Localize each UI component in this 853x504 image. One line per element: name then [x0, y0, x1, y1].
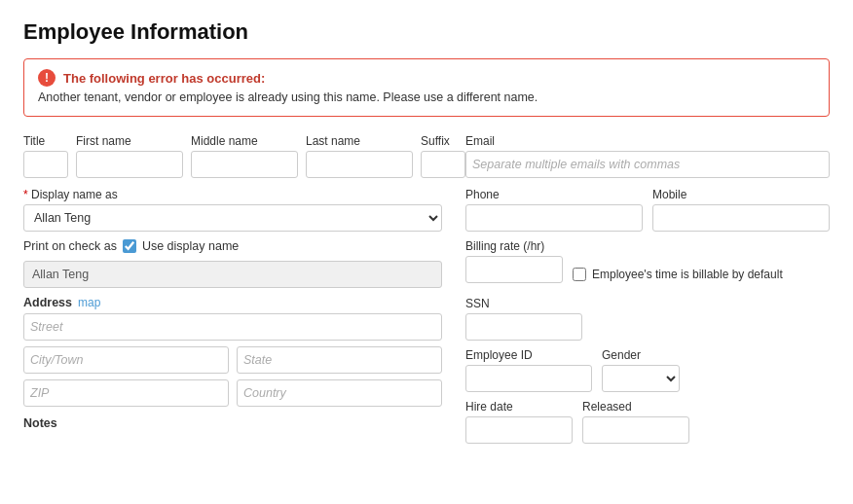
email-input[interactable]	[465, 151, 830, 178]
gender-label: Gender	[602, 348, 680, 362]
hire-released-row: Hire date Released	[465, 400, 830, 444]
title-input[interactable]	[23, 151, 68, 178]
page-title: Employee Information	[23, 19, 830, 45]
city-state-row	[23, 346, 442, 374]
display-name-select[interactable]: Allan Teng	[23, 204, 442, 232]
hire-date-input[interactable]	[465, 416, 573, 444]
middlename-input[interactable]	[191, 151, 298, 178]
billable-checkbox[interactable]	[573, 268, 586, 281]
phone-label: Phone	[465, 188, 643, 201]
gender-select[interactable]: Male Female	[602, 365, 680, 392]
phone-group: Phone	[465, 188, 643, 232]
ssn-input[interactable]	[465, 313, 582, 341]
firstname-group: First name	[76, 134, 183, 178]
form-layout: Title First name Middle name Last name S…	[23, 134, 830, 444]
billable-check-label: Employee's time is billable by default	[573, 268, 783, 283]
country-input[interactable]	[237, 379, 442, 407]
lastname-group: Last name	[306, 134, 413, 178]
title-label: Title	[23, 134, 68, 148]
form-right: Email Phone Mobile Billing rate (/hr) Em…	[465, 134, 830, 444]
billing-row: Employee's time is billable by default	[465, 256, 830, 283]
mobile-group: Mobile	[652, 188, 830, 232]
hire-date-group: Hire date	[465, 400, 573, 444]
ssn-label: SSN	[465, 297, 830, 310]
error-title-text: The following error has occurred:	[63, 71, 265, 86]
released-input[interactable]	[582, 416, 689, 444]
notes-label: Notes	[23, 416, 442, 430]
middlename-label: Middle name	[191, 134, 298, 148]
suffix-group: Suffix	[421, 134, 465, 178]
print-check-label: Print on check as	[23, 239, 117, 253]
released-label: Released	[582, 400, 689, 414]
middlename-group: Middle name	[191, 134, 298, 178]
released-group: Released	[582, 400, 689, 444]
emp-id-group: Employee ID	[465, 348, 592, 392]
display-name-label: Display name as	[23, 188, 442, 201]
address-label: Address	[23, 296, 72, 309]
firstname-input[interactable]	[76, 151, 183, 178]
firstname-label: First name	[76, 134, 183, 148]
emp-id-input[interactable]	[465, 365, 592, 392]
title-group: Title	[23, 134, 68, 178]
error-icon: !	[38, 69, 56, 87]
error-message: Another tenant, vendor or employee is al…	[38, 90, 815, 104]
gender-group: Gender Male Female	[602, 348, 680, 392]
hire-date-label: Hire date	[465, 400, 573, 414]
name-row: Title First name Middle name Last name S…	[23, 134, 442, 178]
billing-rate-label: Billing rate (/hr)	[465, 239, 830, 253]
mobile-label: Mobile	[652, 188, 830, 201]
lastname-label: Last name	[306, 134, 413, 148]
email-group: Email	[465, 134, 830, 178]
map-link[interactable]: map	[78, 296, 100, 309]
street-input[interactable]	[23, 313, 442, 341]
city-input[interactable]	[23, 346, 229, 374]
suffix-label: Suffix	[421, 134, 465, 148]
billable-label-text: Employee's time is billable by default	[592, 268, 783, 281]
state-input[interactable]	[237, 346, 442, 374]
email-label: Email	[465, 134, 830, 148]
form-left: Title First name Middle name Last name S…	[23, 134, 442, 444]
print-check-row: Print on check as Use display name	[23, 239, 442, 253]
mobile-input[interactable]	[652, 204, 830, 232]
billing-rate-group: Billing rate (/hr) Employee's time is bi…	[465, 239, 830, 291]
error-box: ! The following error has occurred: Anot…	[23, 58, 830, 117]
ssn-group: SSN	[465, 297, 830, 341]
suffix-input[interactable]	[421, 151, 465, 178]
print-name-display: Allan Teng	[23, 261, 442, 288]
billing-rate-input[interactable]	[465, 256, 563, 283]
zip-input[interactable]	[23, 379, 229, 407]
lastname-input[interactable]	[306, 151, 413, 178]
use-display-name-label: Use display name	[142, 239, 239, 253]
emp-gender-row: Employee ID Gender Male Female	[465, 348, 830, 392]
phone-mobile-row: Phone Mobile	[465, 188, 830, 232]
use-display-name-checkbox[interactable]	[123, 239, 136, 253]
address-label-row: Address map	[23, 296, 442, 309]
display-name-group: Display name as Allan Teng	[23, 188, 442, 232]
phone-input[interactable]	[465, 204, 643, 232]
emp-id-label: Employee ID	[465, 348, 592, 362]
error-title-row: ! The following error has occurred:	[38, 69, 815, 87]
zip-country-row	[23, 379, 442, 407]
